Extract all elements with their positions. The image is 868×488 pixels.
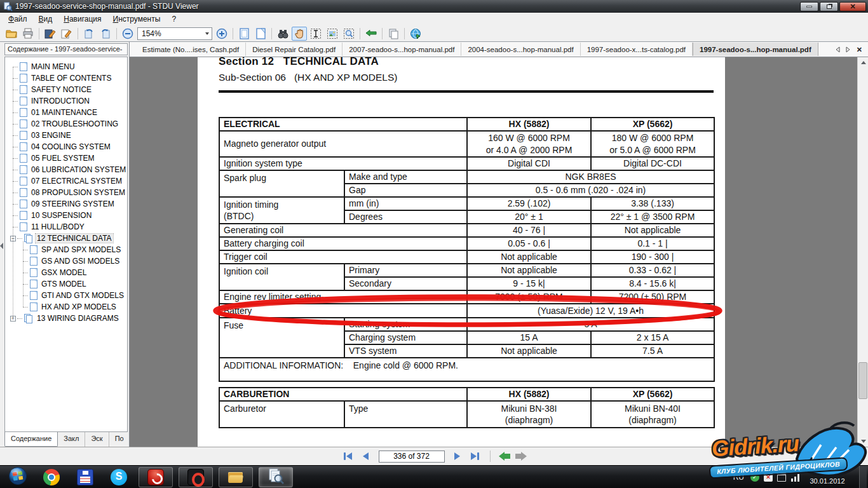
hand-tool-icon[interactable] (292, 27, 307, 41)
tree-item[interactable]: 07 ELECTRICAL SYSTEM (5, 175, 127, 187)
tree-item[interactable]: 08 PROPULSION SYSTEM (5, 187, 127, 198)
taskbar-red-app-button[interactable] (139, 467, 173, 487)
open-folder-icon[interactable] (4, 27, 19, 41)
tree-connector (13, 158, 18, 159)
history-forward-icon[interactable] (515, 452, 527, 461)
table-cell: XP (5662) (591, 388, 714, 401)
table-cell: Primary (344, 264, 467, 277)
export-page-icon[interactable] (43, 27, 58, 41)
gidrik-title[interactable]: Gidrik.ru (711, 431, 799, 461)
tree-item[interactable]: +13 WIRING DIAGRAMS (5, 313, 127, 324)
table-cell: ADDITIONAL INFORMATION: Engine cold @ 60… (219, 358, 714, 381)
image-select-icon[interactable] (325, 27, 340, 41)
sidebar-collapse-icon[interactable] (0, 243, 3, 249)
document-tab[interactable]: Estimate (No....ises, Cash.pdf (136, 43, 246, 56)
tree-item[interactable]: 10 SUSPENSION (5, 210, 127, 221)
document-tab[interactable]: Diesel Repair Catalog.pdf (246, 43, 342, 56)
last-page-button[interactable] (468, 450, 483, 463)
table-cell: Ignition system type (219, 157, 467, 170)
tree-item[interactable]: 06 LUBRICATION SYSTEM (5, 164, 127, 175)
tree-item[interactable]: 09 STEERING SYSTEM (5, 198, 127, 210)
table-cell: Not applicable (467, 250, 591, 264)
taskbar-start-button[interactable] (4, 467, 32, 487)
tree-item[interactable]: SAFETY NOTICE (5, 84, 127, 95)
first-page-button[interactable] (341, 450, 356, 463)
menu-item-view[interactable]: Вид (33, 13, 58, 25)
previous-page-button[interactable] (358, 450, 374, 463)
taskbar-download-manager-button[interactable] (71, 467, 99, 487)
fit-width-icon[interactable] (253, 27, 268, 41)
text-select-icon[interactable] (308, 27, 323, 41)
page-number-input[interactable] (379, 451, 445, 463)
sidebar-tab-1[interactable]: Закл (58, 432, 85, 447)
tree-item[interactable]: 05 FUEL SYSTEM (5, 152, 127, 164)
document-canvas[interactable]: Section 12 TECHNICAL DATA Sub-Section 06… (130, 57, 868, 447)
document-tab[interactable]: 1997-seadoo-s...hop-manual.pdf (693, 43, 818, 56)
tree-connector (13, 147, 18, 147)
sidebar-tab-0[interactable]: Содержание (4, 432, 58, 447)
export-selection-icon[interactable] (59, 27, 74, 41)
tree-item[interactable]: 01 MAINTENANCE (5, 107, 127, 118)
rotate-right-icon[interactable] (98, 27, 113, 41)
taskbar-stdu-viewer-button[interactable] (259, 467, 293, 487)
close-tab-icon[interactable]: ✕ (857, 46, 862, 54)
fit-page-icon[interactable] (236, 27, 252, 41)
taskbar-file-manager-button[interactable] (219, 467, 253, 487)
contents-tree[interactable]: MAIN MENUTABLE OF CONTENTSSAFETY NOTICEI… (4, 57, 128, 432)
menu-item-file[interactable]: Файл (3, 13, 33, 25)
menu-item-tools[interactable]: Инструменты (107, 13, 166, 25)
close-button[interactable]: ✕ (839, 2, 866, 11)
tree-connector (23, 273, 28, 273)
table-cell: Carburetor (219, 401, 344, 428)
vertical-scrollbar[interactable] (857, 57, 868, 447)
swap-pages-icon[interactable] (363, 27, 379, 41)
gidrik-watermark: Gidrik.ru КЛУБ ЛЮБИТЕЛЕЙ ГИДРОЦИКЛОВ (708, 428, 868, 483)
web-help-icon[interactable] (408, 27, 423, 41)
zoom-in-icon[interactable] (214, 27, 229, 41)
copy-page-icon[interactable] (386, 27, 401, 41)
restore-button[interactable] (820, 2, 838, 11)
taskbar-skype-button[interactable] (105, 467, 133, 487)
search-icon[interactable] (275, 27, 290, 41)
tree-item-label: 02 TROUBLESHOOTING (30, 119, 119, 128)
tree-item[interactable]: 11 HULL/BODY (5, 221, 127, 233)
taskbar-opera-button[interactable] (179, 467, 213, 487)
scroll-tabs-right-icon[interactable] (846, 46, 851, 53)
zoom-level-combo[interactable]: 154% (137, 27, 212, 40)
document-tab[interactable]: 2007-seadoo-s...hop-manual.pdf (342, 43, 461, 56)
zoom-select-icon[interactable] (341, 27, 356, 41)
tree-item-label: GS AND GSI MODELS (40, 257, 121, 266)
table-cell: (Yuasa/Exide) 12 V, 19 A•h (467, 304, 714, 318)
rotate-left-icon[interactable] (81, 27, 97, 41)
table-cell: Generating coil (219, 224, 467, 237)
page-icon (20, 108, 27, 117)
taskbar-chrome-button[interactable] (37, 467, 65, 487)
red-app-icon (147, 469, 164, 485)
tree-item[interactable]: 03 ENGINE (5, 130, 127, 141)
page-icon (30, 245, 37, 254)
desktop: 1997-seadoo-service-shop-manual.pdf - ST… (0, 0, 868, 488)
table-cell: 2.59 (.102) (467, 197, 591, 210)
menu-item-navigation[interactable]: Навигация (58, 13, 107, 25)
document-tab[interactable]: 2004-seadoo-s...hop-manual.pdf (461, 43, 580, 56)
scroll-tabs-left-icon[interactable] (835, 46, 840, 53)
minimize-button[interactable] (800, 2, 818, 11)
next-page-button[interactable] (450, 450, 465, 463)
tree-item[interactable]: MAIN MENU (5, 61, 127, 72)
menu-item-help[interactable]: ? (166, 13, 182, 25)
zoom-out-icon[interactable] (120, 27, 135, 41)
tree-item[interactable]: TABLE OF CONTENTS (5, 72, 127, 84)
history-back-icon[interactable] (499, 452, 510, 461)
document-tab[interactable]: 1997-seadoo-x...ts-catalog.pdf (581, 43, 693, 56)
print-icon[interactable] (20, 27, 36, 41)
table-cell: VTS system (344, 344, 467, 358)
sidebar-tab-3[interactable]: По (109, 432, 130, 447)
tree-item[interactable]: 02 TROUBLESHOOTING (5, 118, 127, 130)
scroll-up-icon[interactable] (858, 57, 868, 68)
scrollbar-thumb[interactable] (858, 362, 867, 399)
tree-item[interactable]: 04 COOLING SYSTEM (5, 141, 127, 152)
chevron-down-icon[interactable] (202, 28, 212, 39)
sidebar-tab-2[interactable]: Эск (85, 432, 109, 447)
table-cell: mm (in) (344, 197, 467, 210)
tree-item[interactable]: INTRODUCTION (5, 95, 127, 107)
